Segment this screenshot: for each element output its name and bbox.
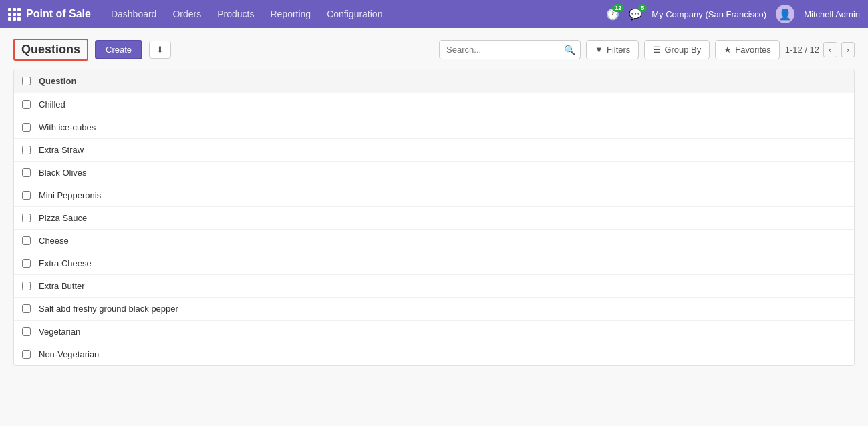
table-row[interactable]: Vegetarian [14, 321, 854, 343]
column-question: Question [39, 76, 76, 86]
page-header-left: Questions Create ⬇ [13, 39, 171, 61]
table-row[interactable]: Black Olives [14, 162, 854, 184]
create-button[interactable]: Create [95, 40, 142, 59]
group-by-icon: ☰ [653, 45, 661, 55]
search-input[interactable] [439, 40, 581, 59]
select-all-checkbox[interactable] [22, 77, 31, 85]
nav-configuration[interactable]: Configuration [320, 5, 389, 23]
row-checkbox[interactable] [22, 100, 31, 109]
row-question-text: Extra Butter [39, 281, 85, 291]
table-row[interactable]: With ice-cubes [14, 116, 854, 139]
table-row[interactable]: Non-Vegetarian [14, 343, 854, 365]
nav-right: 🕐 12 💬 5 My Company (San Francisco) 👤 Mi… [606, 5, 860, 23]
activity-btn[interactable]: 🕐 12 [606, 8, 619, 21]
nav-dashboard[interactable]: Dashboard [104, 5, 164, 23]
download-button[interactable]: ⬇ [149, 41, 171, 59]
questions-table: Question ChilledWith ice-cubesExtra Stra… [13, 69, 855, 366]
row-question-text: Mini Pepperonis [39, 190, 101, 200]
row-question-text: Salt abd freshy ground black pepper [39, 304, 178, 314]
row-checkbox[interactable] [22, 259, 31, 268]
table-row[interactable]: Salt abd freshy ground black pepper [14, 298, 854, 321]
row-checkbox[interactable] [22, 214, 31, 222]
table-row[interactable]: Extra Straw [14, 139, 854, 162]
page-title: Questions [13, 39, 88, 61]
row-checkbox[interactable] [22, 327, 31, 336]
page-header: Questions Create ⬇ 🔍 ▼ Filters ☰ Group B… [13, 39, 855, 61]
search-box: 🔍 [439, 40, 581, 59]
row-question-text: With ice-cubes [39, 122, 96, 132]
user-name: Mitchell Admin [804, 9, 860, 19]
app-brand[interactable]: Point of Sale [8, 8, 91, 21]
messages-btn[interactable]: 💬 5 [629, 8, 642, 21]
filter-icon: ▼ [595, 45, 603, 55]
table-row[interactable]: Extra Cheese [14, 252, 854, 275]
favorites-button[interactable]: ★ Favorites [715, 40, 779, 59]
prev-page-button[interactable]: ‹ [823, 42, 837, 57]
row-question-text: Pizza Sauce [39, 213, 87, 223]
row-checkbox[interactable] [22, 191, 31, 200]
row-checkbox[interactable] [22, 146, 31, 154]
nav-links: Dashboard Orders Products Reporting Conf… [104, 5, 593, 23]
row-question-text: Cheese [39, 236, 69, 246]
row-checkbox[interactable] [22, 236, 31, 245]
activity-badge: 12 [612, 4, 624, 12]
table-body: ChilledWith ice-cubesExtra StrawBlack Ol… [14, 93, 854, 365]
row-checkbox[interactable] [22, 168, 31, 177]
table-header: Question [14, 69, 854, 93]
main-content: Questions Create ⬇ 🔍 ▼ Filters ☰ Group B… [0, 28, 868, 377]
favorites-label: Favorites [735, 45, 770, 55]
nav-orders[interactable]: Orders [166, 5, 208, 23]
pagination-info: 1-12 / 12 ‹ › [785, 42, 855, 57]
message-badge: 5 [638, 4, 647, 12]
navbar: Point of Sale Dashboard Orders Products … [0, 0, 868, 28]
row-question-text: Black Olives [39, 168, 87, 178]
row-question-text: Vegetarian [39, 327, 80, 337]
table-row[interactable]: Pizza Sauce [14, 207, 854, 230]
search-filter-row: 🔍 ▼ Filters ☰ Group By ★ Favorites 1-12 … [439, 40, 855, 59]
download-icon: ⬇ [156, 45, 164, 55]
grid-icon [8, 8, 21, 21]
app-title: Point of Sale [26, 8, 91, 20]
row-question-text: Extra Straw [39, 145, 84, 155]
group-by-button[interactable]: ☰ Group By [644, 40, 710, 59]
row-checkbox[interactable] [22, 304, 31, 313]
row-checkbox[interactable] [22, 282, 31, 290]
row-question-text: Extra Cheese [39, 258, 92, 268]
avatar[interactable]: 👤 [776, 5, 794, 23]
row-question-text: Non-Vegetarian [39, 349, 99, 359]
nav-reporting[interactable]: Reporting [263, 5, 317, 23]
row-question-text: Chilled [39, 99, 65, 110]
row-checkbox[interactable] [22, 350, 31, 359]
search-icon: 🔍 [564, 45, 575, 55]
filters-button[interactable]: ▼ Filters [586, 40, 639, 59]
row-checkbox[interactable] [22, 123, 31, 132]
table-row[interactable]: Cheese [14, 230, 854, 252]
pagination-text: 1-12 / 12 [785, 45, 819, 55]
table-row[interactable]: Mini Pepperonis [14, 184, 854, 207]
company-name: My Company (San Francisco) [652, 9, 766, 19]
group-by-label: Group By [664, 45, 701, 55]
star-icon: ★ [724, 45, 732, 55]
filters-label: Filters [607, 45, 630, 55]
nav-products[interactable]: Products [210, 5, 261, 23]
next-page-button[interactable]: › [841, 42, 855, 57]
table-row[interactable]: Chilled [14, 93, 854, 116]
table-row[interactable]: Extra Butter [14, 275, 854, 298]
